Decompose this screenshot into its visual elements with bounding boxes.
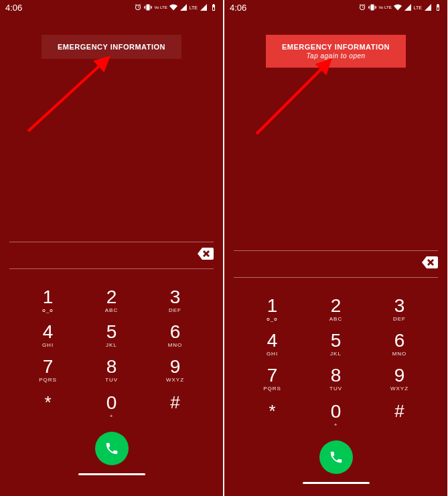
letters: JKL — [80, 342, 143, 348]
dialpad-key-0[interactable]: 0+ — [304, 398, 368, 431]
digit: 6 — [143, 323, 207, 341]
volte-indicator: Vo LTE — [154, 6, 167, 9]
dialpad-key-7[interactable]: 7PQRS — [16, 355, 80, 386]
dialed-number-display — [234, 235, 438, 251]
clock-time: 4:06 — [230, 3, 246, 13]
dialpad-key-*[interactable]: * — [240, 398, 304, 431]
emergency-information-button-active[interactable]: EMERGENCY INFORMATION Tap again to open — [266, 35, 406, 68]
dialpad-key-6[interactable]: 6MNO — [143, 320, 207, 351]
dialpad-key-4[interactable]: 4GHI — [16, 320, 80, 351]
letters: DEF — [368, 316, 431, 322]
emergency-information-button[interactable]: EMERGENCY INFORMATION — [42, 35, 181, 59]
phone-screen-left: 4:06 Vo LTE LTE EMERGENCY INFORMATION 1ᴏ… — [0, 0, 223, 496]
dialpad-key-1[interactable]: 1ᴏ_ᴏ — [16, 285, 80, 316]
letters: ABC — [80, 307, 143, 313]
dialpad-key-7[interactable]: 7PQRS — [240, 363, 304, 394]
wifi-icon — [169, 3, 177, 11]
digit: 5 — [80, 323, 143, 341]
status-bar: 4:06 Vo LTE LTE — [0, 0, 223, 15]
dialpad-key-3[interactable]: 3DEF — [143, 285, 207, 316]
digit: 9 — [368, 366, 431, 385]
letters: JKL — [304, 351, 368, 357]
dialpad-key-6[interactable]: 6MNO — [368, 329, 431, 359]
letters: + — [304, 422, 368, 428]
digit: 5 — [304, 331, 368, 350]
vibrate-icon — [144, 3, 152, 11]
digit: 9 — [143, 357, 207, 376]
digit: # — [143, 392, 207, 413]
signal-icon-2 — [424, 3, 432, 11]
home-indicator[interactable] — [78, 473, 145, 475]
signal-icon — [179, 3, 188, 11]
dialpad-key-#[interactable]: # — [143, 390, 207, 422]
letters: PQRS — [240, 386, 304, 392]
dialpad-key-0[interactable]: 0+ — [80, 390, 143, 422]
status-icons: Vo LTE LTE — [134, 3, 218, 11]
call-button[interactable] — [319, 440, 353, 474]
letters: TUV — [304, 386, 368, 392]
dialpad-key-4[interactable]: 4GHI — [240, 329, 304, 359]
signal-icon-2 — [200, 3, 208, 11]
backspace-button[interactable] — [198, 248, 214, 262]
volte-indicator: Vo LTE — [378, 6, 391, 9]
signal-icon — [404, 3, 412, 11]
letters: DEF — [143, 307, 207, 313]
battery-icon — [210, 3, 218, 11]
digit: 7 — [16, 357, 80, 376]
alarm-icon — [358, 3, 366, 11]
letters: MNO — [368, 351, 431, 357]
status-icons: Vo LTE LTE — [358, 3, 442, 11]
digit: 1 — [16, 288, 80, 307]
home-indicator[interactable] — [303, 482, 370, 484]
digit: 0 — [80, 394, 143, 412]
wifi-icon — [394, 3, 402, 11]
status-bar: 4:06 Vo LTE LTE — [224, 0, 447, 15]
dialpad-left: 1ᴏ_ᴏ2ABC3DEF4GHI5JKL6MNO7PQRS8TUV9WXYZ* … — [0, 274, 223, 422]
dialpad-key-9[interactable]: 9WXYZ — [143, 355, 207, 386]
letters: PQRS — [16, 377, 80, 383]
dialpad-key-5[interactable]: 5JKL — [304, 329, 368, 359]
lte-indicator: LTE — [414, 5, 422, 10]
digit: # — [368, 401, 431, 422]
dialpad-key-1[interactable]: 1ᴏ_ᴏ — [240, 294, 304, 325]
letters: WXYZ — [368, 386, 431, 392]
digit: 3 — [143, 288, 207, 307]
letters: TUV — [80, 377, 143, 383]
letters: GHI — [16, 342, 80, 348]
clock-time: 4:06 — [5, 3, 22, 13]
backspace-button[interactable] — [422, 256, 438, 270]
digit: 1 — [240, 297, 304, 315]
phone-screen-right: 4:06 Vo LTE LTE EMERGENCY INFORMATION Ta… — [224, 0, 447, 496]
battery-icon — [434, 3, 442, 11]
vibrate-icon — [368, 3, 376, 11]
dialpad-key-3[interactable]: 3DEF — [368, 294, 431, 325]
digit: 8 — [304, 366, 368, 385]
dialpad-key-8[interactable]: 8TUV — [80, 355, 143, 386]
dialpad-key-8[interactable]: 8TUV — [304, 363, 368, 394]
dialpad-key-9[interactable]: 9WXYZ — [368, 363, 431, 394]
alarm-icon — [134, 3, 142, 11]
digit: 4 — [240, 331, 304, 350]
digit: * — [16, 392, 80, 413]
dialpad-key-*[interactable]: * — [16, 390, 80, 422]
dialpad-key-5[interactable]: 5JKL — [80, 320, 143, 351]
digit: * — [240, 401, 304, 422]
emergency-label: EMERGENCY INFORMATION — [282, 43, 390, 51]
dialpad-key-#[interactable]: # — [368, 398, 431, 431]
backspace-icon — [198, 248, 214, 260]
letters: MNO — [143, 342, 207, 348]
phone-icon — [329, 450, 344, 465]
phone-icon — [104, 441, 119, 456]
lte-indicator: LTE — [190, 5, 198, 10]
digit: 0 — [304, 402, 368, 421]
letters: WXYZ — [143, 377, 207, 383]
letters: ᴏ_ᴏ — [16, 307, 80, 313]
emergency-subtext: Tap again to open — [282, 52, 390, 60]
digit: 6 — [368, 331, 431, 350]
dialpad-key-2[interactable]: 2ABC — [80, 285, 143, 316]
dialpad-key-2[interactable]: 2ABC — [304, 294, 368, 325]
letters: GHI — [240, 351, 304, 357]
dialpad-right: 1ᴏ_ᴏ2ABC3DEF4GHI5JKL6MNO7PQRS8TUV9WXYZ* … — [224, 283, 447, 431]
call-button[interactable] — [95, 432, 129, 465]
emergency-label: EMERGENCY INFORMATION — [58, 43, 165, 51]
